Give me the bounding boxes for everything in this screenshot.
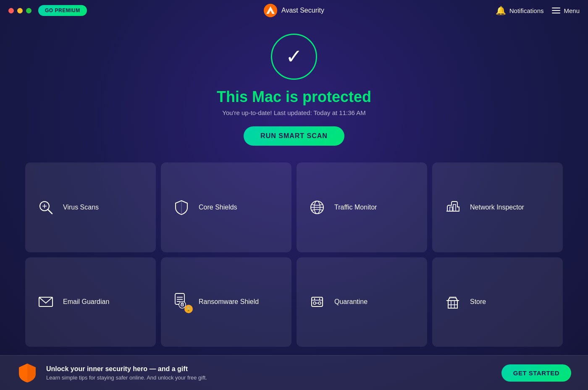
core-shields-icon — [171, 197, 192, 218]
status-title: This Mac is protected — [217, 88, 371, 106]
checkmark-icon: ✓ — [286, 47, 302, 67]
status-highlight: protected — [302, 88, 371, 105]
quarantine-icon — [307, 291, 328, 312]
svg-point-23 — [318, 302, 321, 304]
avast-logo-icon — [264, 4, 277, 17]
banner-subtitle: Learn simple tips for staying safer onli… — [46, 374, 493, 381]
minimize-button[interactable] — [17, 8, 23, 13]
email-guardian-card[interactable]: Email Guardian — [25, 257, 156, 347]
store-icon — [442, 291, 463, 312]
svg-rect-9 — [450, 207, 452, 211]
menu-button[interactable]: Menu — [552, 7, 580, 14]
virus-scans-icon — [35, 197, 56, 218]
core-shields-card[interactable]: Core Shields — [161, 162, 291, 252]
bell-icon: 🔔 — [496, 5, 506, 16]
core-shields-label: Core Shields — [199, 204, 237, 211]
status-subtitle: You're up-to-date! Last updated: Today a… — [222, 109, 365, 116]
svg-line-2 — [48, 209, 52, 214]
svg-point-19 — [182, 305, 183, 306]
bottom-banner: Unlock your inner security hero — and a … — [0, 355, 588, 390]
ransomware-shield-card[interactable]: 🔒 Ransomware Shield — [161, 257, 291, 347]
virus-scans-label: Virus Scans — [63, 204, 99, 211]
traffic-monitor-card[interactable]: Traffic Monitor — [297, 162, 427, 252]
titlebar: GO PREMIUM Avast Security 🔔 Notification… — [0, 0, 588, 21]
store-card[interactable]: Store — [432, 257, 563, 347]
svg-rect-10 — [453, 204, 456, 211]
store-label: Store — [470, 298, 486, 306]
ransomware-shield-label: Ransomware Shield — [199, 298, 259, 306]
status-circle: ✓ — [271, 34, 317, 80]
quarantine-label: Quarantine — [334, 298, 368, 306]
go-premium-button[interactable]: GO PREMIUM — [38, 5, 87, 16]
close-button[interactable] — [8, 8, 14, 13]
notifications-button[interactable]: 🔔 Notifications — [496, 5, 544, 16]
traffic-monitor-label: Traffic Monitor — [334, 204, 377, 211]
network-inspector-card[interactable]: Network Inspector — [432, 162, 563, 252]
notifications-label: Notifications — [509, 7, 544, 14]
titlebar-right: 🔔 Notifications Menu — [496, 5, 580, 16]
svg-rect-20 — [312, 297, 323, 306]
status-prefix: This Mac is — [217, 88, 302, 105]
email-guardian-icon — [35, 291, 56, 312]
titlebar-center: Avast Security — [264, 4, 324, 17]
banner-text: Unlock your inner security hero — and a … — [46, 365, 493, 381]
hero-section: ✓ This Mac is protected You're up-to-dat… — [0, 21, 588, 154]
banner-shield-icon — [17, 362, 38, 383]
hamburger-icon — [552, 8, 560, 13]
get-started-button[interactable]: GET STARTED — [501, 364, 571, 382]
maximize-button[interactable] — [26, 8, 32, 13]
menu-label: Menu — [564, 7, 580, 14]
run-smart-scan-button[interactable]: RUN SMART SCAN — [244, 126, 344, 146]
app-title: Avast Security — [281, 7, 324, 14]
ransomware-shield-icon-wrapper: 🔒 — [171, 291, 192, 312]
quarantine-card[interactable]: Quarantine — [297, 257, 427, 347]
app-container: GO PREMIUM Avast Security 🔔 Notification… — [0, 0, 588, 390]
email-guardian-label: Email Guardian — [63, 298, 109, 306]
network-inspector-label: Network Inspector — [470, 204, 524, 211]
banner-title: Unlock your inner security hero — and a … — [46, 365, 493, 373]
cards-grid: Virus Scans Core Shields — [0, 154, 588, 355]
traffic-monitor-icon — [307, 197, 328, 218]
network-inspector-icon — [442, 197, 463, 218]
svg-point-22 — [313, 302, 316, 304]
virus-scans-card[interactable]: Virus Scans — [25, 162, 156, 252]
lock-badge: 🔒 — [184, 305, 193, 313]
window-controls — [8, 8, 32, 13]
